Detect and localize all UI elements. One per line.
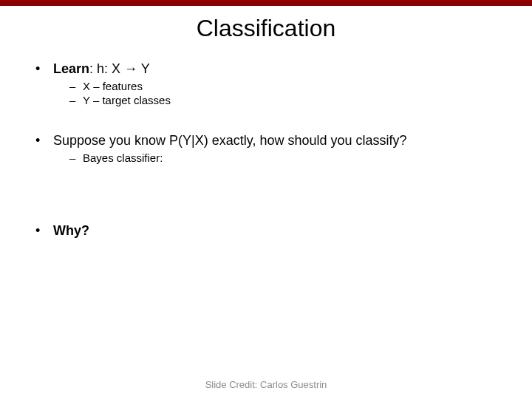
slide-credit: Slide Credit: Carlos Guestrin [0,379,532,390]
learn-rest: : h: X [89,61,124,76]
bullet-learn: •Learn: h: X → Y [35,61,497,77]
bullet-why: •Why? [35,223,497,239]
bullet-y-target: –Y – target classes [69,94,497,106]
slide-title: Classification [0,15,532,42]
learn-target: Y [137,61,150,76]
bullet-x-features: –X – features [69,80,497,92]
arrow-icon: → [124,61,137,76]
slide-content: •Learn: h: X → Y –X – features –Y – targ… [0,61,532,239]
bullet-bayes: –Bayes classifier: [69,151,497,164]
learn-label: Learn [53,61,89,76]
bullet-suppose: •Suppose you know P(Y|X) exactly, how sh… [35,133,497,149]
header-accent-bar [0,0,532,6]
